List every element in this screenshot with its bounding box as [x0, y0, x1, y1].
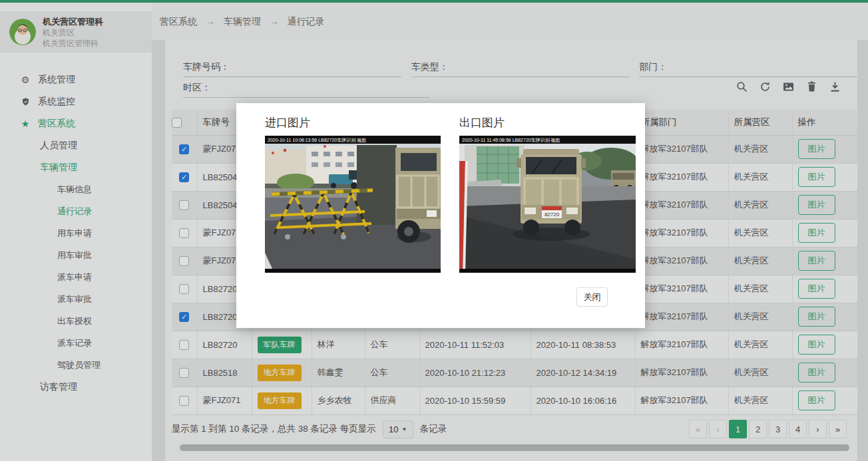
- exit-photo-plate-text: 82720: [544, 212, 560, 218]
- entry-photo-overlay-text: 2020-10-11 10:08:13:56 LB82720车牌识别 视图: [268, 138, 366, 143]
- entry-image-title: 进口图片: [265, 115, 310, 130]
- image-preview-modal: 进口图片 出口图片: [236, 103, 645, 328]
- exit-image-title: 出口图片: [459, 115, 505, 130]
- entry-photo: 2020-10-11 10:08:13:56 LB82720车牌识别 视图: [265, 136, 441, 273]
- exit-photo: 82720 2020-10-11 11:45:08:56 LB82720车牌识别…: [459, 136, 636, 273]
- close-button[interactable]: 关闭: [576, 287, 608, 307]
- exit-photo-overlay-text: 2020-10-11 11:45:08:56 LB82720车牌识别 视图: [462, 138, 560, 143]
